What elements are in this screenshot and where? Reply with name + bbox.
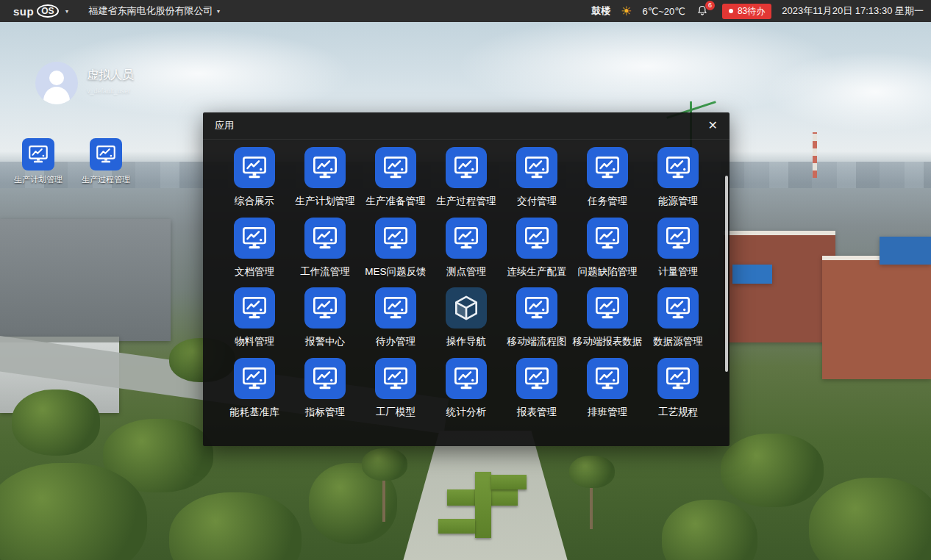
- monitor-chart-icon: [587, 358, 628, 399]
- monitor-chart-icon: [657, 218, 699, 259]
- shortcut-label: 生产过程管理: [82, 174, 130, 185]
- app-label: 报警中心: [305, 335, 345, 348]
- datetime-display: 2023年11月20日 17:13:30 星期一: [782, 4, 924, 18]
- monitor-chart-icon: [234, 218, 275, 259]
- monitor-chart-icon: [446, 358, 487, 399]
- monitor-chart-icon: [234, 287, 275, 329]
- applications-modal: 应用 ✕ 综合展示生产计划管理生产准备管理生产过程管理交付管理任务管理能源管理文…: [203, 112, 730, 446]
- app-item[interactable]: 工作流管理: [290, 218, 360, 279]
- monitor-chart-icon: [304, 287, 346, 329]
- app-label: 任务管理: [588, 195, 627, 208]
- app-item[interactable]: 连续生产配置: [502, 218, 572, 279]
- app-item[interactable]: 报表管理: [502, 358, 572, 419]
- app-label: 指标管理: [305, 406, 345, 419]
- app-label: 报表管理: [517, 406, 557, 419]
- app-item[interactable]: 任务管理: [572, 147, 643, 208]
- todo-badge[interactable]: 83待办: [722, 4, 771, 19]
- monitor-chart-icon: [375, 358, 416, 399]
- temperature-range: 6℃~20℃: [642, 6, 685, 17]
- app-item[interactable]: 生产准备管理: [360, 147, 431, 208]
- monitor-chart-icon: [304, 218, 346, 259]
- avatar-head: [49, 71, 64, 85]
- app-item[interactable]: 生产计划管理: [290, 147, 360, 208]
- monitor-chart-icon: [516, 218, 557, 259]
- app-item[interactable]: 计量管理: [643, 218, 713, 279]
- monitor-chart-icon: [375, 147, 416, 188]
- tree: [721, 434, 824, 507]
- app-item[interactable]: 移动端流程图: [502, 287, 572, 348]
- avatar[interactable]: [35, 62, 78, 104]
- notification-bell-button[interactable]: 6: [696, 3, 712, 19]
- cube-icon: [446, 287, 487, 329]
- chimney: [813, 132, 817, 178]
- app-item[interactable]: 能源管理: [643, 147, 713, 208]
- app-label: 工艺规程: [658, 406, 698, 419]
- monitor-chart-icon: [375, 218, 416, 259]
- app-item[interactable]: 报警中心: [290, 287, 360, 348]
- avatar-body: [43, 87, 70, 104]
- app-item[interactable]: 物料管理: [219, 287, 290, 348]
- app-label: 待办管理: [376, 335, 415, 348]
- tree: [12, 390, 100, 456]
- monitor-chart-icon: [304, 147, 346, 188]
- app-item[interactable]: 文档管理: [219, 218, 290, 279]
- desktop-shortcut[interactable]: 生产计划管理: [4, 138, 72, 185]
- app-item[interactable]: 交付管理: [502, 147, 572, 208]
- user-badge[interactable]: 虚拟人员 v_default_user: [35, 62, 134, 104]
- app-item[interactable]: 能耗基准库: [219, 358, 290, 419]
- app-label: 测点管理: [446, 265, 486, 279]
- blue-building: [732, 265, 772, 284]
- scrollbar-thumb[interactable]: [725, 176, 728, 372]
- app-label: 工作流管理: [300, 265, 350, 279]
- app-label: 文档管理: [235, 265, 274, 279]
- company-selector[interactable]: 福建省东南电化股份有限公司 ▼: [88, 4, 221, 18]
- app-item[interactable]: 工厂模型: [360, 358, 431, 419]
- app-label: 能源管理: [658, 195, 698, 208]
- app-item[interactable]: 移动端报表数据: [572, 287, 643, 348]
- app-label: 物料管理: [235, 335, 274, 348]
- tree: [662, 500, 757, 560]
- tree: [809, 478, 931, 560]
- app-item[interactable]: MES问题反馈: [360, 218, 431, 279]
- blue-building: [880, 237, 931, 265]
- supos-logo[interactable]: sup OS ▼: [13, 4, 69, 18]
- topbar: sup OS ▼ 福建省东南电化股份有限公司 ▼ 鼓楼 ☀ 6℃~20℃ 6 8…: [0, 0, 931, 22]
- app-label: 移动端流程图: [507, 335, 567, 348]
- app-item[interactable]: 待办管理: [360, 287, 431, 348]
- desktop-shortcut[interactable]: 生产过程管理: [72, 138, 140, 185]
- hedge: [438, 519, 475, 534]
- app-label: 统计分析: [446, 406, 486, 419]
- app-item[interactable]: 生产过程管理: [431, 147, 502, 208]
- hedge: [491, 475, 527, 489]
- monitor-chart-icon: [516, 147, 557, 188]
- app-label: MES问题反馈: [365, 265, 426, 279]
- brick-building-right-1: [724, 231, 835, 342]
- monitor-chart-icon: [375, 287, 416, 329]
- app-label: 数据源管理: [653, 335, 703, 348]
- app-item[interactable]: 问题缺陷管理: [572, 218, 643, 279]
- app-item[interactable]: 排班管理: [572, 358, 643, 419]
- monitor-chart-icon: [657, 147, 699, 188]
- app-item[interactable]: 综合展示: [219, 147, 290, 208]
- app-item[interactable]: 测点管理: [431, 218, 502, 279]
- app-label: 问题缺陷管理: [578, 265, 638, 279]
- monitor-chart-icon: [587, 147, 628, 188]
- app-item[interactable]: 统计分析: [431, 358, 502, 419]
- monitor-chart-icon: [234, 358, 275, 399]
- monitor-chart-icon: [516, 287, 557, 329]
- palm-top: [362, 448, 407, 481]
- monitor-chart-icon: [587, 218, 628, 259]
- close-button[interactable]: ✕: [708, 120, 718, 132]
- user-name: 虚拟人员: [87, 68, 134, 83]
- app-item[interactable]: 指标管理: [290, 358, 360, 419]
- app-label: 工厂模型: [376, 406, 415, 419]
- chevron-down-icon: ▼: [215, 9, 221, 14]
- monitor-chart-icon: [234, 147, 275, 188]
- app-label: 交付管理: [517, 195, 557, 208]
- app-item[interactable]: 数据源管理: [643, 287, 713, 348]
- todo-count-label: 83待办: [738, 5, 765, 18]
- monitor-chart-icon: [304, 358, 346, 399]
- monitor-chart-icon: [446, 218, 487, 259]
- app-item[interactable]: 工艺规程: [643, 358, 713, 419]
- app-item[interactable]: 操作导航: [431, 287, 502, 348]
